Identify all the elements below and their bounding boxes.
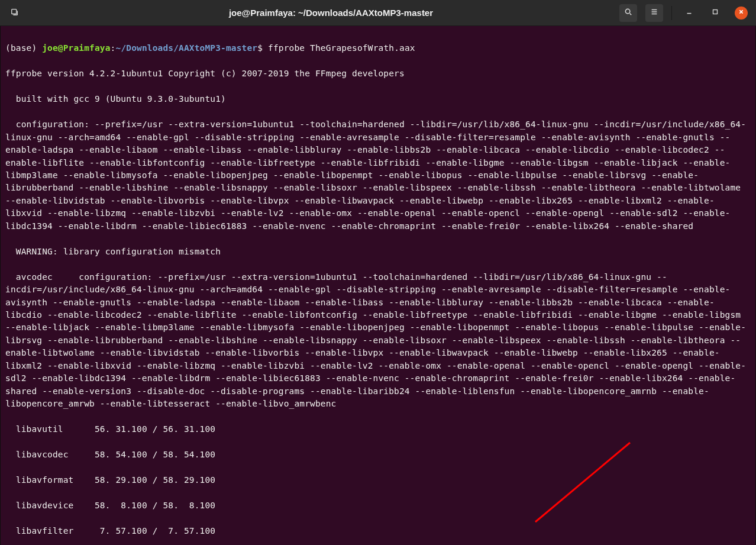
lib-version-row: libavformat 58. 29.100 / 58. 29.100: [5, 474, 751, 486]
user-host: joe@Praimfaya: [42, 43, 110, 53]
window-titlebar: joe@Praimfaya: ~/Downloads/AAXtoMP3-mast…: [0, 0, 756, 26]
window-title: joe@Praimfaya: ~/Downloads/AAXtoMP3-mast…: [45, 8, 617, 18]
lib-version-row: libavcodec 58. 54.100 / 58. 54.100: [5, 449, 751, 461]
search-icon: [624, 8, 632, 18]
command-text: ffprobe TheGrapesofWrath.aax: [263, 43, 415, 53]
minimize-button[interactable]: [680, 4, 698, 22]
svg-rect-2: [713, 10, 718, 14]
output-line: ffprobe version 4.2.2-1ubuntu1 Copyright…: [5, 67, 751, 80]
search-button[interactable]: [619, 4, 637, 22]
colon: :: [111, 43, 116, 53]
maximize-icon: [711, 8, 719, 18]
dollar: $: [257, 43, 263, 53]
lib-version-row: libavutil 56. 31.100 / 56. 31.100: [5, 423, 751, 436]
lib-version-row: libavfilter 7. 57.100 / 7. 57.100: [5, 525, 751, 537]
output-config: configuration: --prefix=/usr --extra-ver…: [5, 118, 751, 233]
close-icon: [737, 8, 745, 18]
svg-point-1: [625, 9, 630, 14]
cwd-path: ~/Downloads/AAXtoMP3-master: [116, 43, 258, 53]
output-line: built with gcc 9 (Ubuntu 9.3.0-3ubuntu1): [5, 93, 751, 105]
minimize-icon: [685, 8, 693, 18]
lib-version-row: libavdevice 58. 8.100 / 58. 8.100: [5, 499, 751, 512]
venv-prefix: (base): [5, 43, 42, 53]
close-button[interactable]: [735, 7, 748, 20]
output-avcodec: avcodec configuration: --prefix=/usr --e…: [5, 271, 751, 411]
maximize-button[interactable]: [706, 4, 724, 22]
hamburger-icon: [650, 8, 658, 18]
prompt-line: (base) joe@Praimfaya:~/Downloads/AAXtoMP…: [5, 42, 751, 54]
new-tab-icon: [11, 8, 19, 18]
terminal-viewport[interactable]: (base) joe@Praimfaya:~/Downloads/AAXtoMP…: [0, 26, 756, 545]
menu-button[interactable]: [645, 4, 663, 22]
new-tab-button[interactable]: [6, 4, 24, 22]
output-warning: WARNING: library configuration mismatch: [5, 246, 751, 258]
svg-rect-0: [12, 9, 17, 14]
titlebar-divider: [671, 6, 672, 20]
